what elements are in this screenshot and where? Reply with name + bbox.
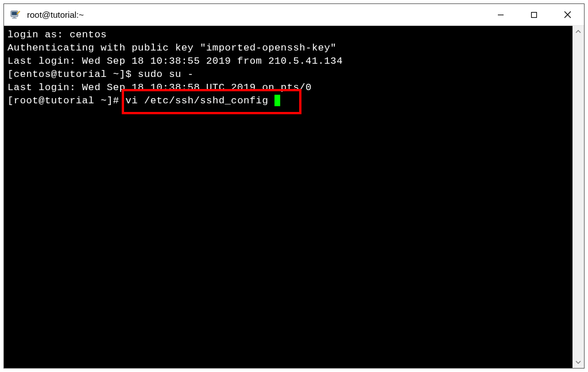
term-line: Last login: Wed Sep 18 10:38:58 UTC 2019… [7, 82, 312, 93]
chevron-up-icon [575, 30, 581, 33]
svg-rect-5 [532, 12, 537, 17]
terminal-cursor [274, 95, 280, 106]
term-line: Authenticating with public key "imported… [7, 42, 336, 53]
maximize-icon [531, 11, 537, 18]
scroll-track[interactable] [572, 37, 584, 356]
term-line: login as: [7, 29, 69, 40]
window-controls [484, 4, 584, 25]
minimize-button[interactable] [484, 4, 517, 25]
chevron-down-icon [575, 361, 581, 364]
terminal-container: login as: centos Authenticating with pub… [4, 26, 584, 368]
svg-rect-2 [13, 17, 16, 18]
svg-rect-3 [12, 18, 17, 19]
close-button[interactable] [551, 4, 584, 25]
term-line: Last login: Wed Sep 18 10:38:55 2019 fro… [7, 56, 343, 67]
term-prompt: [root@tutorial ~]# [7, 95, 125, 106]
term-user-input: centos [69, 29, 107, 40]
scrollbar[interactable] [572, 26, 584, 368]
titlebar[interactable]: root@tutorial:~ [4, 4, 584, 26]
minimize-icon [497, 11, 504, 18]
scroll-up-arrow[interactable] [572, 26, 584, 37]
window-title: root@tutorial:~ [27, 10, 484, 20]
terminal-output[interactable]: login as: centos Authenticating with pub… [4, 26, 572, 368]
term-command: sudo su - [138, 69, 194, 80]
putty-icon [10, 9, 21, 21]
term-command: vi /etc/ssh/sshd_config [125, 95, 268, 106]
close-icon [564, 11, 571, 18]
scroll-down-arrow[interactable] [572, 356, 584, 368]
svg-rect-1 [12, 11, 17, 15]
maximize-button[interactable] [517, 4, 551, 25]
term-prompt: [centos@tutorial ~]$ [7, 69, 138, 80]
terminal-window: root@tutorial:~ login as: centos Authent… [3, 3, 585, 369]
